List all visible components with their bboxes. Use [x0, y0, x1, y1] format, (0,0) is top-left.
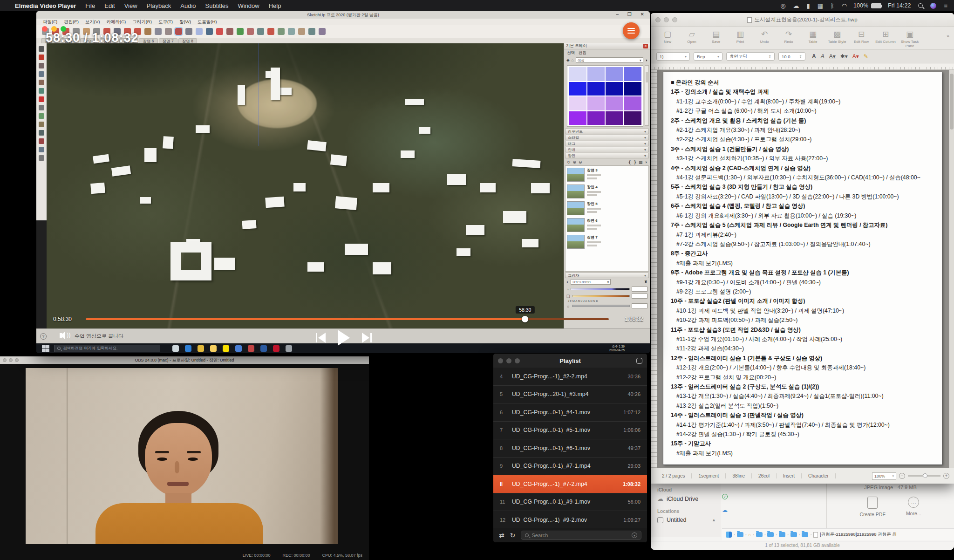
UD_CG-Progr...0-1)_#6-1.mov[interactable]: 8 UD_CG-Progr...0-1)_#6-1.mov 49:37 — [493, 439, 647, 458]
menubar-menu-item[interactable]: View — [124, 2, 137, 9]
menubar-clock[interactable]: Fri 14:22 — [888, 2, 911, 9]
bluetooth-icon[interactable]: ᛒ — [831, 2, 834, 9]
home-icon[interactable]: ⌂ — [748, 532, 751, 537]
menubar-menu-item[interactable]: Subtitles — [205, 2, 229, 9]
hwp-toolbar-button[interactable]: ▩ Table Style — [825, 29, 849, 48]
path-folder-icon[interactable] — [790, 532, 797, 537]
hwp-toolbar-button[interactable]: ▱ Open — [680, 29, 704, 48]
hwp-scrollbar[interactable] — [949, 70, 954, 468]
red-app-icon[interactable] — [248, 345, 254, 352]
menubar-menu-item[interactable]: Window — [238, 2, 259, 9]
UD_CG-Progr...20-1)_#3.mp4[interactable]: 5 UD_CG-Progr...20-1)_#3.mp4 40:26 — [493, 386, 647, 404]
hwp-toolbar-button[interactable]: ▤ Save — [704, 29, 728, 48]
menubar-menu-item[interactable]: Edit — [104, 2, 115, 9]
path-folder-icon[interactable] — [737, 532, 743, 537]
hwp-toolbar-button[interactable]: ⊞ Edit Column — [873, 29, 898, 48]
color-swatch[interactable] — [569, 111, 586, 125]
task-view-icon[interactable] — [172, 345, 179, 352]
bold-icon[interactable]: A — [812, 53, 816, 60]
UD_CG-Progr...0-1)_#5-1.mov[interactable]: 7 UD_CG-Progr...0-1)_#5-1.mov 1:06:06 — [493, 422, 647, 440]
template-dropdown[interactable]: Rep.▾ — [694, 52, 722, 61]
underline-icon[interactable]: A▾ — [829, 53, 836, 60]
finder-icon[interactable] — [726, 532, 732, 538]
italic-icon[interactable]: A — [821, 53, 825, 60]
hwp-icon[interactable] — [273, 345, 279, 352]
obs-icon[interactable]: ◎ — [780, 2, 785, 9]
folder-icon[interactable] — [210, 345, 217, 352]
UD_CG-Progr...-1)_#9-2.mov[interactable]: 12 UD_CG-Progr...-1)_#9-2.mov 1:09:27 — [493, 511, 647, 529]
zoom-level-dropdown[interactable]: 100%▾ — [872, 472, 896, 480]
obs-traffic-lights[interactable] — [3, 358, 19, 362]
gray-app-icon[interactable] — [286, 345, 292, 352]
color-swatch[interactable] — [587, 111, 605, 125]
path-folder-icon[interactable] — [767, 532, 774, 537]
menubar-menu-item[interactable]: File — [85, 2, 95, 9]
hwp-traffic-lights[interactable] — [655, 17, 677, 22]
photoshop-icon[interactable] — [260, 345, 267, 352]
input-source-icon[interactable]: ▦ — [818, 2, 823, 9]
menubar-menu-item[interactable]: Playback — [147, 2, 171, 9]
UD_CG-Progr...0-1)_#4-1.mov[interactable]: 6 UD_CG-Progr...0-1)_#4-1.mov 1:07:12 — [493, 403, 647, 422]
color-swatch[interactable] — [624, 111, 642, 125]
UD_CG-Progr...0-1)_#7-1.mp4[interactable]: 9 UD_CG-Progr...0-1)_#7-1.mp4 29:03 — [493, 458, 647, 476]
font-dropdown[interactable]: 휴먼고딕⇕ — [726, 52, 775, 61]
chrome-icon[interactable] — [198, 345, 204, 352]
UD_CG-Progr...-1)_#7-2.mp4[interactable]: II UD_CG-Progr...-1)_#7-2.mp4 1:08:32 — [493, 475, 647, 493]
seek-bar[interactable]: 58:30 — [86, 318, 609, 320]
menubar-menu-item[interactable]: Help — [269, 2, 281, 9]
more-button[interactable]: … More... — [906, 497, 921, 517]
volume-button[interactable]: )) — [60, 331, 72, 341]
hwp-toolbar-button[interactable]: ⊟ Edit Row — [849, 29, 873, 48]
playlist-search-input[interactable]: Search ▾ — [521, 531, 641, 540]
hwp-toolbar-button[interactable]: ▦ Table — [801, 29, 825, 48]
font-size-stepper[interactable]: 10.0⇕ — [778, 52, 805, 61]
spotlight-icon[interactable] — [918, 3, 923, 8]
menubar-menu-item[interactable]: Audio — [180, 2, 196, 9]
color-swatch[interactable] — [624, 67, 642, 81]
UD_CG-Progr...-1)_#2-2.mp4[interactable]: 4 UD_CG-Progr...-1)_#2-2.mp4 30:36 — [493, 368, 647, 386]
style-dropdown[interactable]: 1)▾ — [656, 52, 690, 61]
hwp-toolbar-button[interactable]: ▣ Show Task Pane — [898, 29, 922, 48]
siri-icon[interactable] — [930, 3, 936, 9]
path-folder-icon[interactable] — [802, 532, 808, 537]
create-pdf-button[interactable]: Create PDF — [859, 497, 885, 517]
repeat-icon[interactable]: ↻ — [510, 532, 516, 539]
effects-icon[interactable]: ✱▾ — [840, 53, 848, 60]
color-swatch[interactable] — [606, 111, 623, 125]
player-menu-button[interactable] — [623, 22, 640, 39]
kakaotalk-icon[interactable] — [223, 345, 229, 352]
path-folder-icon[interactable] — [779, 532, 785, 537]
zoom-slider[interactable] — [908, 475, 940, 477]
bookmark-icon[interactable]: ▮ — [806, 2, 810, 9]
eject-icon[interactable]: ▲ — [712, 518, 716, 522]
zoom-out-icon[interactable]: − — [899, 473, 905, 479]
hwp-toolbar-button[interactable]: ▢ New — [655, 29, 680, 48]
UD_CG-Progr...0-1)_#9-1.mov[interactable]: 11 UD_CG-Progr...0-1)_#9-1.mov 56:00 — [493, 493, 647, 512]
previous-button[interactable] — [316, 333, 326, 343]
wifi-icon[interactable]: ◠ — [842, 2, 847, 9]
color-swatch[interactable] — [569, 82, 586, 96]
seek-knob[interactable] — [522, 316, 528, 322]
filter-chevron-icon[interactable]: ▾ — [632, 533, 637, 538]
color-swatch[interactable] — [569, 67, 586, 81]
color-swatch[interactable] — [569, 96, 586, 110]
highlight-icon[interactable]: ✎ — [864, 53, 868, 60]
color-swatch[interactable] — [587, 96, 605, 110]
sidebar-item-icloud-drive[interactable]: ☁ iCloud Drive — [657, 495, 721, 502]
zoom-in-icon[interactable]: + — [943, 473, 949, 479]
color-swatch[interactable] — [606, 82, 623, 96]
next-button[interactable] — [362, 333, 372, 343]
color-swatch[interactable] — [624, 96, 642, 110]
notification-center-icon[interactable]: ≡ — [944, 2, 947, 9]
hwp-toolbar-button[interactable]: ↶ Undo — [752, 29, 777, 48]
color-swatch[interactable] — [606, 67, 623, 81]
color-swatch[interactable] — [606, 96, 623, 110]
hwp-page[interactable]: ■ 온라인 강의 순서1주 - 강의소개 / 실습 및 재택수업 과제#1-1강… — [663, 72, 942, 465]
selected-file-name[interactable]: [권형준-21925998]21925998 권형준 최 — [820, 532, 897, 538]
color-swatch[interactable] — [624, 82, 642, 96]
cloud-icon[interactable]: ☁ — [793, 2, 799, 9]
sidebar-item-untitled-device[interactable]: Untitled ▲ — [657, 517, 721, 523]
path-folder-icon[interactable] — [756, 532, 763, 537]
playlist-traffic-lights[interactable] — [498, 358, 520, 363]
active-app-name[interactable]: Elmedia Video Player — [15, 2, 76, 9]
